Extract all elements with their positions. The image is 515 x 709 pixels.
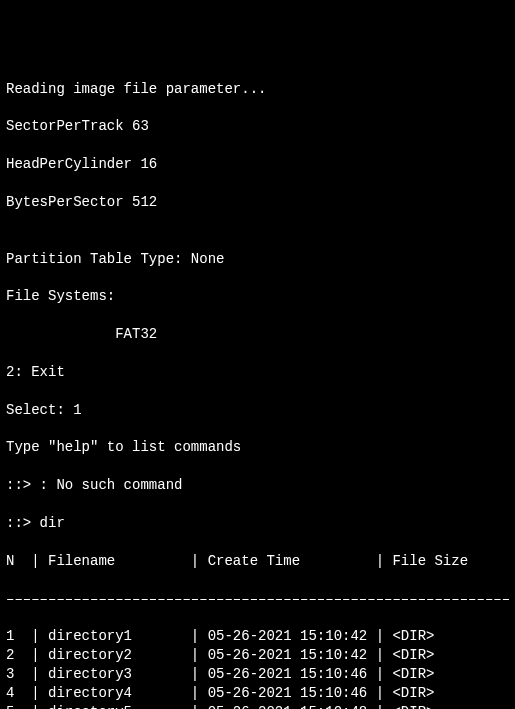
table-row: 2 | directory2 | 05-26-2021 15:10:42 | <…: [6, 646, 509, 665]
partition-line: Partition Table Type: None: [6, 250, 509, 269]
dir-command-line: ::> dir: [6, 514, 509, 533]
reading-line: Reading image file parameter...: [6, 80, 509, 99]
exit-line: 2: Exit: [6, 363, 509, 382]
table-header: N | Filename | Create Time | File Size: [6, 552, 509, 571]
select-line: Select: 1: [6, 401, 509, 420]
nosuch-line: ::> : No such command: [6, 476, 509, 495]
sector-line: SectorPerTrack 63: [6, 117, 509, 136]
fs-value-line: FAT32: [6, 325, 509, 344]
bytes-line: BytesPerSector 512: [6, 193, 509, 212]
table-row: 1 | directory1 | 05-26-2021 15:10:42 | <…: [6, 627, 509, 646]
fs-label-line: File Systems:: [6, 287, 509, 306]
head-line: HeadPerCylinder 16: [6, 155, 509, 174]
table-row: 3 | directory3 | 05-26-2021 15:10:46 | <…: [6, 665, 509, 684]
table-row: 5 | directory5 | 05-26-2021 15:10:48 | <…: [6, 703, 509, 709]
table-separator: ––––––––––––––––––––––––––––––––––––––––…: [6, 590, 509, 609]
table-row: 4 | directory4 | 05-26-2021 15:10:46 | <…: [6, 684, 509, 703]
table-rows: 1 | directory1 | 05-26-2021 15:10:42 | <…: [6, 627, 509, 709]
help-line: Type "help" to list commands: [6, 438, 509, 457]
